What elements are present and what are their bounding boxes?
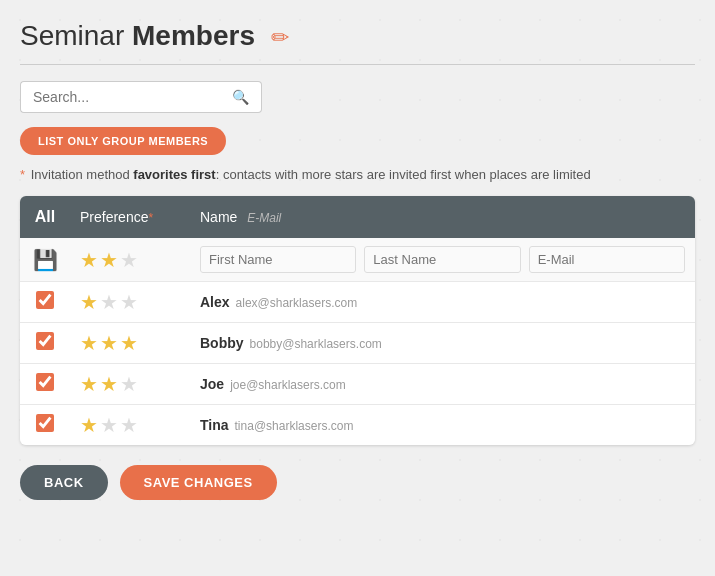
col-preference-header: Preference* — [70, 196, 190, 238]
member-email: joe@sharklasers.com — [230, 378, 346, 392]
member-name: Bobby — [200, 335, 244, 351]
star-2[interactable]: ★ — [100, 331, 118, 355]
members-table: All Preference* Name E-Mail 💾 ★ — [20, 196, 695, 445]
table-row: ★★★Joejoe@sharklasers.com — [20, 364, 695, 405]
col-all-header: All — [20, 196, 70, 238]
member-email: alex@sharklasers.com — [236, 296, 358, 310]
star-rating: ★★★ — [80, 372, 180, 396]
member-checkbox-cell — [20, 405, 70, 446]
member-checkbox[interactable] — [36, 414, 54, 432]
star-rating: ★★★ — [80, 331, 180, 355]
table-row: ★★★Bobbybobby@sharklasers.com — [20, 323, 695, 364]
star-1[interactable]: ★ — [80, 413, 98, 437]
table-row: ★★★Alexalex@sharklasers.com — [20, 282, 695, 323]
back-button[interactable]: BACK — [20, 465, 108, 500]
member-name-cell: Alexalex@sharklasers.com — [190, 282, 695, 323]
star-1[interactable]: ★ — [80, 331, 98, 355]
star-rating: ★★★ — [80, 290, 180, 314]
search-button[interactable]: 🔍 — [220, 81, 262, 113]
member-stars-cell: ★★★ — [70, 323, 190, 364]
info-text: * Invitation method favorites first: con… — [20, 167, 695, 182]
group-members-button[interactable]: LIST ONLY GROUP MEMBERS — [20, 127, 226, 155]
member-checkbox[interactable] — [36, 332, 54, 350]
footer-buttons: BACK SAVE CHANGES — [20, 465, 695, 500]
add-member-row: 💾 ★ ★ ★ — [20, 238, 695, 282]
col-name-header: Name E-Mail — [190, 196, 695, 238]
add-star-rating: ★ ★ ★ — [80, 248, 180, 272]
star-3[interactable]: ★ — [120, 331, 138, 355]
pref-required-star: * — [148, 211, 153, 225]
member-stars-cell: ★★★ — [70, 405, 190, 446]
member-name: Joe — [200, 376, 224, 392]
star-2[interactable]: ★ — [100, 290, 118, 314]
add-name-cell — [190, 238, 695, 282]
table-header-row: All Preference* Name E-Mail — [20, 196, 695, 238]
star-3[interactable]: ★ — [120, 248, 138, 272]
star-2[interactable]: ★ — [100, 372, 118, 396]
save-changes-button[interactable]: SAVE CHANGES — [120, 465, 277, 500]
search-input[interactable] — [20, 81, 220, 113]
search-row: 🔍 — [20, 81, 695, 113]
star-1[interactable]: ★ — [80, 290, 98, 314]
star-1[interactable]: ★ — [80, 372, 98, 396]
page-title: Seminar Members ✏ — [20, 20, 695, 52]
save-record-icon[interactable]: 💾 — [33, 249, 58, 271]
edit-icon[interactable]: ✏ — [271, 25, 289, 50]
member-name: Alex — [200, 294, 230, 310]
member-checkbox-cell — [20, 282, 70, 323]
star-rating: ★★★ — [80, 413, 180, 437]
add-name-inputs — [200, 246, 685, 273]
search-icon: 🔍 — [232, 89, 249, 105]
email-input[interactable] — [529, 246, 685, 273]
member-checkbox-cell — [20, 323, 70, 364]
member-checkbox-cell — [20, 364, 70, 405]
member-name-cell: Bobbybobby@sharklasers.com — [190, 323, 695, 364]
required-star: * — [20, 167, 25, 182]
table-row: ★★★Tinatina@sharklasers.com — [20, 405, 695, 446]
first-name-input[interactable] — [200, 246, 356, 273]
star-3[interactable]: ★ — [120, 290, 138, 314]
member-name-cell: Joejoe@sharklasers.com — [190, 364, 695, 405]
star-2[interactable]: ★ — [100, 413, 118, 437]
member-name: Tina — [200, 417, 229, 433]
member-checkbox[interactable] — [36, 291, 54, 309]
add-save-cell: 💾 — [20, 238, 70, 282]
title-divider — [20, 64, 695, 65]
star-3[interactable]: ★ — [120, 413, 138, 437]
star-2[interactable]: ★ — [100, 248, 118, 272]
last-name-input[interactable] — [364, 246, 520, 273]
member-email: tina@sharklasers.com — [235, 419, 354, 433]
member-name-cell: Tinatina@sharklasers.com — [190, 405, 695, 446]
member-email: bobby@sharklasers.com — [250, 337, 382, 351]
star-1[interactable]: ★ — [80, 248, 98, 272]
member-stars-cell: ★★★ — [70, 364, 190, 405]
member-stars-cell: ★★★ — [70, 282, 190, 323]
member-checkbox[interactable] — [36, 373, 54, 391]
star-3[interactable]: ★ — [120, 372, 138, 396]
add-stars-cell: ★ ★ ★ — [70, 238, 190, 282]
